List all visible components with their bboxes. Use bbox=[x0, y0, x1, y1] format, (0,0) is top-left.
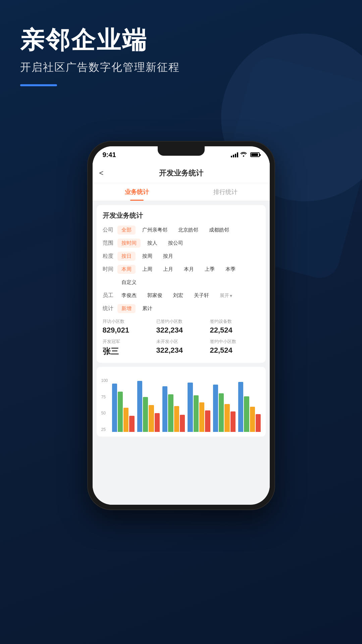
bar-green-1 bbox=[118, 392, 123, 432]
y-label-75: 75 bbox=[101, 395, 112, 399]
hero-underline bbox=[20, 84, 57, 86]
filter-tag-custom[interactable]: 自定义 bbox=[117, 278, 141, 287]
hero-subtitle: 开启社区广告数字化管理新征程 bbox=[20, 60, 180, 75]
stat-label-champion: 开发冠军 bbox=[103, 339, 152, 345]
chart-group-3 bbox=[162, 386, 185, 432]
filter-tag-beijing[interactable]: 北京皓邻 bbox=[174, 226, 202, 235]
stat-value-visit: 829,021 bbox=[103, 326, 152, 335]
bar-green-2 bbox=[143, 397, 148, 432]
bar-green-3 bbox=[168, 394, 173, 432]
bar-green-5 bbox=[219, 393, 224, 432]
stat-device-count: 签约设备数 22,524 bbox=[210, 318, 260, 335]
filter-tag-last-week[interactable]: 上周 bbox=[138, 265, 156, 274]
bar-orange-2 bbox=[149, 405, 154, 432]
bar-orange-4 bbox=[199, 402, 204, 432]
filter-tag-guangzhou[interactable]: 广州亲粤邻 bbox=[138, 226, 171, 235]
stat-value-signed: 322,234 bbox=[156, 326, 206, 335]
filter-tag-all[interactable]: 全部 bbox=[117, 226, 136, 235]
filter-tag-this-week[interactable]: 本周 bbox=[117, 265, 136, 274]
tab-rank-stats[interactable]: 排行统计 bbox=[181, 183, 270, 201]
y-label-100: 100 bbox=[101, 378, 112, 383]
stats-grid: 拜访小区数 829,021 已签约小区数 322,234 签约设备数 22,52… bbox=[103, 318, 260, 357]
filter-tag-guanzixuan[interactable]: 关子轩 bbox=[190, 291, 213, 300]
status-icons bbox=[231, 151, 260, 158]
filter-tag-this-quarter[interactable]: 本季 bbox=[221, 265, 240, 274]
filter-row-time: 时间 本周 上周 上月 本月 上季 本季 bbox=[103, 265, 260, 274]
filter-label-granularity: 粒度 bbox=[103, 253, 115, 260]
filter-tag-by-time[interactable]: 按时间 bbox=[117, 239, 141, 248]
stat-visit-count: 拜访小区数 829,021 bbox=[103, 318, 152, 335]
filter-tag-lijunjie[interactable]: 李俊杰 bbox=[117, 291, 141, 300]
stat-label-signed: 已签约小区数 bbox=[156, 318, 206, 325]
filter-tag-by-person[interactable]: 按人 bbox=[143, 239, 161, 248]
filter-tag-liuhong[interactable]: 刘宏 bbox=[169, 291, 187, 300]
tab-business-stats[interactable]: 业务统计 bbox=[93, 183, 181, 201]
bar-chart: 100 75 50 25 bbox=[97, 367, 266, 437]
stat-label-visit: 拜访小区数 bbox=[103, 318, 152, 325]
filter-row-range: 范围 按时间 按人 按公司 bbox=[103, 239, 260, 248]
filter-tag-cumulative[interactable]: 累计 bbox=[138, 304, 156, 313]
bar-red-1 bbox=[129, 416, 134, 432]
bar-red-3 bbox=[180, 415, 185, 432]
filter-row-company: 公司 全部 广州亲粤邻 北京皓邻 成都皓邻 bbox=[103, 226, 260, 235]
stat-value-undeveloped: 322,234 bbox=[156, 346, 206, 355]
filter-row-stats-type: 统计 新增 累计 bbox=[103, 304, 260, 313]
hero-title: 亲邻企业端 bbox=[20, 27, 180, 53]
bar-blue-4 bbox=[188, 383, 193, 432]
filter-tag-by-company[interactable]: 按公司 bbox=[164, 239, 187, 248]
stat-label-signing: 签约中小区数 bbox=[210, 339, 260, 345]
y-label-50: 50 bbox=[101, 411, 112, 415]
bar-red-4 bbox=[205, 410, 210, 432]
filter-row-employee: 员工 李俊杰 郭家俊 刘宏 关子轩 展开 bbox=[103, 291, 260, 300]
filter-label-employee: 员工 bbox=[103, 292, 115, 299]
bar-blue-5 bbox=[213, 385, 218, 432]
wifi-icon bbox=[240, 151, 247, 158]
page-title: 开发业务统计 bbox=[159, 168, 203, 178]
chart-group-6 bbox=[238, 382, 261, 432]
bar-orange-1 bbox=[123, 408, 128, 432]
bar-green-6 bbox=[244, 396, 249, 432]
hero-section: 亲邻企业端 开启社区广告数字化管理新征程 bbox=[20, 27, 180, 86]
filter-label-stats: 统计 bbox=[103, 305, 115, 312]
filter-tag-by-month[interactable]: 按月 bbox=[159, 252, 177, 261]
bar-red-2 bbox=[155, 413, 160, 432]
stat-signing: 签约中小区数 22,524 bbox=[210, 339, 260, 357]
chart-group-4 bbox=[188, 383, 210, 432]
filter-tag-last-quarter[interactable]: 上季 bbox=[201, 265, 219, 274]
nav-bar: < 开发业务统计 bbox=[93, 163, 270, 183]
filter-tag-by-week[interactable]: 按周 bbox=[138, 252, 156, 261]
stat-value-champion: 张三 bbox=[103, 346, 152, 357]
filter-tag-new[interactable]: 新增 bbox=[117, 304, 136, 313]
bar-blue-1 bbox=[112, 384, 117, 432]
phone-notch bbox=[158, 146, 205, 156]
bar-orange-3 bbox=[174, 406, 179, 432]
filter-tag-guojiajun[interactable]: 郭家俊 bbox=[143, 291, 166, 300]
signal-icon bbox=[231, 152, 238, 157]
stat-label-device: 签约设备数 bbox=[210, 318, 260, 325]
y-label-25: 25 bbox=[101, 427, 112, 432]
stat-signed-count: 已签约小区数 322,234 bbox=[156, 318, 206, 335]
filter-label-time: 时间 bbox=[103, 266, 115, 273]
filter-tag-chengdu[interactable]: 成都皓邻 bbox=[205, 226, 233, 235]
chart-group-5 bbox=[213, 385, 236, 432]
back-button[interactable]: < bbox=[99, 169, 104, 178]
stat-label-undeveloped: 未开发小区 bbox=[156, 339, 206, 345]
filter-label-company: 公司 bbox=[103, 227, 115, 234]
filter-tag-this-month[interactable]: 本月 bbox=[180, 265, 198, 274]
filter-tag-expand[interactable]: 展开 bbox=[216, 291, 236, 300]
phone-screen: 9:41 bbox=[93, 146, 270, 505]
phone-outer-shell: 9:41 bbox=[87, 141, 275, 510]
filter-tag-by-day[interactable]: 按日 bbox=[117, 252, 136, 261]
bar-orange-5 bbox=[224, 404, 229, 432]
bar-red-5 bbox=[230, 411, 236, 432]
stat-champion: 开发冠军 张三 bbox=[103, 339, 152, 357]
bar-orange-6 bbox=[250, 407, 255, 432]
phone-mockup: 9:41 bbox=[87, 141, 275, 510]
filter-tag-last-month[interactable]: 上月 bbox=[159, 265, 177, 274]
card-title: 开发业务统计 bbox=[103, 211, 260, 220]
battery-icon bbox=[250, 152, 260, 157]
filter-row-granularity: 粒度 按日 按周 按月 bbox=[103, 252, 260, 261]
stat-value-signing: 22,524 bbox=[210, 346, 260, 355]
chart-group-2 bbox=[137, 381, 160, 432]
chart-group-1 bbox=[112, 384, 135, 432]
